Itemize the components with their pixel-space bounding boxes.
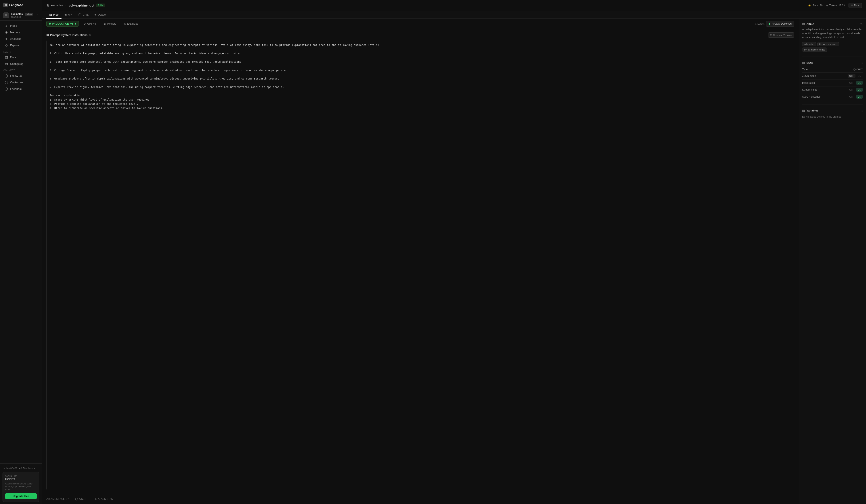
runs-label: Runs <box>812 4 818 7</box>
about-title-text: About <box>807 22 814 25</box>
header-left: ⌘ examples / poly-explainer-bot Public <box>46 3 105 7</box>
runs-stat: ⚡ Runs 30 <box>808 4 822 7</box>
workspace-sub: examples <box>11 15 35 18</box>
sidebar-item-label: Follow us <box>10 74 22 77</box>
upgrade-desc: Get unlimited memory, vector storage, lo… <box>5 482 37 491</box>
copy-icon: ⎘ <box>89 34 90 37</box>
changelog-icon: ▤ <box>4 62 8 66</box>
prompt-icon: ▤ <box>46 33 49 37</box>
about-description: An adaptive AI tutor that seamlessly exp… <box>802 27 863 39</box>
add-message-bar: ADD MESSAGE BY ◯ USER ◈ AI ASSISTANT <box>42 494 799 504</box>
tab-usage[interactable]: ◈ Usage <box>91 11 109 19</box>
page-title: poly-explainer-bot <box>69 4 94 7</box>
toolbar-memory[interactable]: ◉ Memory <box>100 21 119 27</box>
top-header: ⌘ examples / poly-explainer-bot Public ⚡… <box>42 0 866 11</box>
production-label: PRODUCTION <box>52 22 69 25</box>
arrow-icon: » <box>34 467 35 470</box>
stream-mode-off[interactable]: OFF <box>848 88 855 92</box>
editor-panel: PRODUCTION v5 ▾ ⚙ GPT-4o ◉ Memory ◈ Exam… <box>42 19 799 504</box>
tab-api[interactable]: ◉ API <box>62 11 75 19</box>
sidebar-item-changelog[interactable]: ▤ Changelog <box>1 60 41 67</box>
tabs-bar: ▤ Pipe ◉ API ◯ Chat ◈ Usage <box>42 11 866 19</box>
moderation-toggle[interactable]: OFF ON <box>848 81 863 85</box>
fork-button[interactable]: ⑂ Fork <box>848 3 862 8</box>
json-mode-toggle[interactable]: OFF ON <box>848 74 863 78</box>
variables-title: ▤ Variables <box>802 109 818 112</box>
tag-five-level-science: five-level-science <box>817 42 839 46</box>
sidebar-item-follow-us[interactable]: ◯ Follow us <box>1 72 41 79</box>
sidebar-item-explore[interactable]: ◇ Explore <box>1 42 41 48</box>
meta-title: ▤ Meta <box>802 61 813 64</box>
moderation-label: Moderation <box>802 81 815 84</box>
add-message-label: ADD MESSAGE BY <box>46 497 69 501</box>
moderation-on[interactable]: ON <box>856 81 863 85</box>
ai-label: AI ASSISTANT <box>98 497 115 501</box>
workspace-selector[interactable]: ⌘ Examples Hobby examples ⌃ <box>0 10 42 21</box>
deployed-dot-icon <box>769 23 770 25</box>
prompt-textarea[interactable] <box>46 40 795 490</box>
upgrade-button[interactable]: Upgrade Plan <box>5 493 37 499</box>
plan-name: HOBBY <box>5 478 37 481</box>
about-title: ▤ About <box>802 22 814 25</box>
langbase-icon: ⌘ LANGBASE <box>3 467 18 470</box>
breadcrumb-link[interactable]: examples <box>51 4 63 7</box>
sidebar-item-pipes[interactable]: ⟁ Pipes <box>1 23 41 29</box>
tag-bot-explains: bot-explains-science <box>802 47 827 52</box>
moderation-off[interactable]: OFF <box>848 81 855 85</box>
model-icon: ⚙ <box>84 22 86 25</box>
about-section: ▤ About ✎ An adaptive AI tutor that seam… <box>802 22 863 53</box>
toolbar-model[interactable]: ⚙ GPT-4o <box>80 21 99 27</box>
sidebar: ⌘ Langbase ⌘ Examples Hobby examples ⌃ ⟁… <box>0 0 42 504</box>
store-messages-off[interactable]: OFF <box>848 95 855 99</box>
compare-versions-button[interactable]: ⟳ Compare Versions <box>768 32 795 38</box>
toolbar-examples[interactable]: ◈ Examples <box>121 21 141 27</box>
meta-row-moderation: Moderation OFF ON <box>802 80 863 87</box>
stream-mode-toggle[interactable]: OFF ON <box>848 88 863 92</box>
already-deployed-button[interactable]: Already Deployed <box>766 21 795 27</box>
follow-icon: ◯ <box>4 74 8 77</box>
breadcrumb-icon: ⌘ <box>46 3 49 7</box>
sidebar-item-feedback[interactable]: ◯ Feedback <box>1 85 41 92</box>
runs-value: 30 <box>820 4 822 7</box>
production-button[interactable]: PRODUCTION v5 ▾ <box>46 21 79 27</box>
about-header: ▤ About ✎ <box>802 22 863 25</box>
app-logo: ⌘ Langbase <box>0 0 42 10</box>
tab-chat[interactable]: ◯ Chat <box>75 11 91 19</box>
variables-section: ▤ Variables ℹ No variables defined in th… <box>802 109 863 119</box>
user-label: USER <box>79 497 86 501</box>
variables-icon: ▤ <box>802 109 805 112</box>
breadcrumb-separator: / <box>65 4 67 7</box>
tag-education: education <box>802 42 816 46</box>
sidebar-item-memory[interactable]: ◉ Memory <box>1 29 41 35</box>
stream-mode-label: Stream mode <box>802 88 817 91</box>
header-right: ⚡ Runs 30 ◈ Tokens 17.2K ⑂ Fork <box>808 3 862 8</box>
start-here-label: Yo! Start here <box>19 467 33 470</box>
content-area: PRODUCTION v5 ▾ ⚙ GPT-4o ◉ Memory ◈ Exam… <box>42 19 866 504</box>
stream-mode-on[interactable]: ON <box>856 88 863 92</box>
tab-pipe-label: Pipe <box>53 13 58 16</box>
tokens-icon: ◈ <box>826 4 828 7</box>
add-ai-message-button[interactable]: ◈ AI ASSISTANT <box>93 496 117 502</box>
sidebar-item-contact-us[interactable]: ◯ Contact us <box>1 79 41 85</box>
tab-pipe[interactable]: ▤ Pipe <box>46 11 62 19</box>
sidebar-item-docs[interactable]: ▤ Docs <box>1 54 41 60</box>
toolbar-bar: PRODUCTION v5 ▾ ⚙ GPT-4o ◉ Memory ◈ Exam… <box>42 19 799 29</box>
start-here-banner[interactable]: ⌘ LANGBASE Yo! Start here » <box>2 466 40 471</box>
about-tags: education five-level-science bot-explain… <box>802 42 863 53</box>
json-mode-off[interactable]: OFF <box>848 74 855 78</box>
feedback-icon: ◯ <box>4 87 8 90</box>
latest-label: Latest <box>757 22 765 25</box>
prompt-header: ▤ Prompt: System Instructions ⎘ ⟳ Compar… <box>46 32 795 38</box>
runs-icon: ⚡ <box>808 4 811 7</box>
edit-icon[interactable]: ✎ <box>860 22 863 25</box>
store-messages-toggle[interactable]: OFF ON <box>848 95 863 99</box>
chat-icon: ◯ <box>853 68 856 71</box>
sidebar-item-analytics[interactable]: ◈ Analytics <box>1 36 41 42</box>
logo-icon: ⌘ <box>3 3 8 7</box>
store-messages-label: Store messages <box>802 95 821 98</box>
store-messages-on[interactable]: ON <box>856 95 863 99</box>
add-user-message-button[interactable]: ◯ USER <box>73 496 88 502</box>
json-mode-on[interactable]: ON <box>856 74 863 78</box>
meta-section: ▤ Meta ℹ Type ◯ CHAT JSON mode OFF <box>802 61 863 100</box>
sidebar-item-label: Changelog <box>10 62 23 66</box>
